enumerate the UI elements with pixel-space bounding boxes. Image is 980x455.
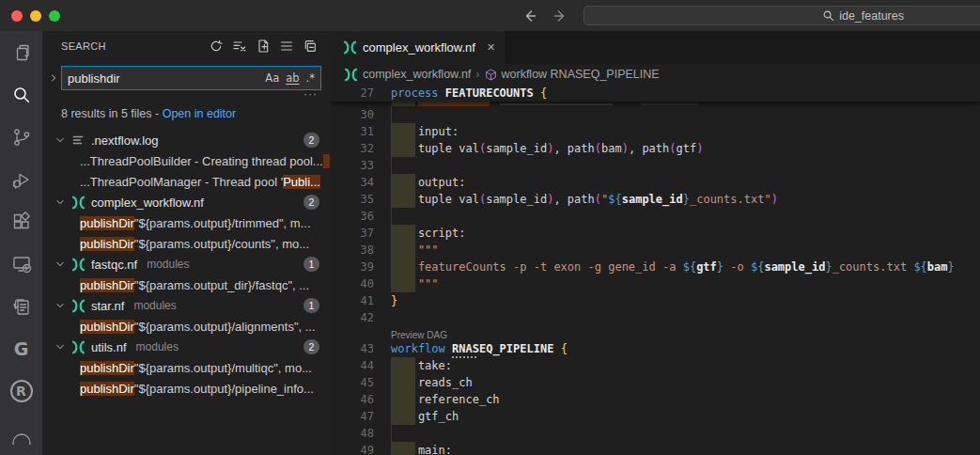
activity-item-extensions[interactable] [0,200,42,243]
search-result-match[interactable]: publishDir "${params.output}/alignments"… [42,316,331,337]
code-token: bam [601,142,622,155]
whole-word-toggle[interactable]: ab [286,71,299,85]
search-result-match[interactable]: publishDir "${params.output_dir}/fastqc"… [42,275,331,295]
open-in-editor-link[interactable]: Open in editor [163,107,237,120]
match-text: "${params.output}/counts", mo... [134,237,309,251]
clear-results-icon[interactable] [232,39,247,54]
codelens-row: Preview DAG [331,326,980,340]
maximize-window-button[interactable] [49,10,60,22]
file-description: modules [133,299,176,312]
search-result-match[interactable]: ...ThreadPoolManager - Thread pool 'Publ… [42,171,331,192]
file-description: modules [147,258,189,271]
code-token: featureCounts -p -t exon -g gene_id -a [391,260,683,274]
activity-item-remote-explorer[interactable] [0,243,42,285]
tab-complex-workflow[interactable]: complex_workflow.nf ✕ [331,31,505,64]
code-text: output: [391,174,465,191]
file-description: modules [136,340,179,353]
refresh-icon[interactable] [209,39,224,54]
back-arrow-icon[interactable] [520,5,542,27]
window-controls [11,10,60,22]
search-result-match[interactable]: publishDir "${params.output}/pipeline_in… [42,378,331,399]
collapse-all-icon[interactable] [303,39,318,54]
activity-item-search[interactable] [0,73,42,116]
indent-guide [391,157,392,174]
command-center[interactable]: ide_features [583,6,980,25]
code-token: input: [391,125,459,138]
activity-item-r-extension[interactable]: R [0,370,42,413]
match-highlight: publishDir [80,382,134,396]
code-text: } [391,292,397,309]
line-number: 41 [331,292,374,309]
view-as-list-icon[interactable] [279,39,294,54]
code-line: 43workflow RNASEQ_PIPELINE { [331,340,980,357]
close-tab-icon[interactable]: ✕ [487,41,495,54]
code-token [445,342,452,355]
code-text: tuple val(sample_id), path("${sample_id}… [391,191,778,208]
r-extension-icon: R [10,380,33,402]
code-line: 48 [331,425,980,442]
toggle-replace-chevron-icon[interactable] [46,73,61,83]
activity-item-explorer[interactable] [0,31,42,73]
code-token: sample_id [486,193,547,206]
search-result-file[interactable]: fastqc.nfmodules1 [42,254,331,275]
code-text: input: [391,123,459,140]
close-window-button[interactable] [11,10,23,22]
search-result-file[interactable]: star.nfmodules1 [42,295,331,316]
code-line: 40 """ [331,275,980,292]
search-input[interactable] [62,71,265,86]
code-line: 35 tuple val(sample_id), path("${sample_… [331,191,980,208]
code-token: ) [622,142,629,155]
code-line: 36 [331,208,980,225]
search-result-match[interactable]: publishDir "${params.output}/multiqc", m… [42,357,331,378]
activity-item-gitlens[interactable]: G [0,328,42,370]
match-highlight: publishDir [80,320,134,334]
code-token: -o [723,260,751,274]
files-icon [10,41,33,64]
activity-item-source-control[interactable] [0,116,42,158]
titlebar: ide_features [0,0,980,31]
search-result-match[interactable]: publishDir "${params.output}/counts", mo… [42,233,331,254]
breadcrumb-item[interactable]: workflow RNASEQ_PIPELINE [485,68,660,81]
search-result-file[interactable]: .nextflow.log2 [42,130,331,150]
file-name: complex_workflow.nf [91,196,204,210]
code-token: process [391,86,439,100]
code-line: 44 take: [331,357,980,374]
search-result-file[interactable]: utils.nfmodules2 [42,337,331,357]
code-line: 31 input: [331,123,980,140]
indent-guide [391,425,392,442]
code-token: tuple val [391,193,479,206]
clipped-text [641,103,697,105]
code-line: 37 script: [331,225,980,242]
code-token: gtf [696,260,717,274]
breadcrumb-item[interactable]: complex_workflow.nf [344,68,471,82]
codelens-preview-dag[interactable]: Preview DAG [391,330,447,340]
code-token: , path [553,193,594,206]
clipped-match-highlight [323,154,330,168]
toggle-search-details-button[interactable]: ··· [303,90,318,102]
code-text: reads_ch [391,374,473,391]
code-text: """ [391,275,439,292]
chevron-down-icon [54,301,67,310]
search-icon [10,84,33,106]
code-token: """ [391,277,439,290]
search-result-match[interactable]: ...ThreadPoolBuilder - Creating thread p… [42,150,331,171]
line-number: 40 [331,275,374,292]
gitlens-icon: G [14,338,29,359]
activity-item-notebook[interactable] [0,286,42,328]
match-text: "${params.output}/alignments", ... [134,320,316,334]
code-token: bam [927,260,948,274]
search-result-match[interactable]: publishDir "${params.output}/trimmed", m… [42,212,331,233]
code-area[interactable]: 27process FEATURECOUNTS {3031 input:32 t… [331,85,980,455]
line-number: 42 [331,309,374,326]
search-result-file[interactable]: complex_workflow.nf2 [42,192,331,212]
forward-arrow-icon[interactable] [546,5,568,27]
regex-toggle[interactable]: .* [306,71,315,85]
code-line: 41} [331,292,980,309]
code-line: 46 reference_ch [331,391,980,408]
match-case-toggle[interactable]: Aa [265,71,279,85]
activity-item-run-and-debug[interactable] [0,158,42,200]
activity-item-bottom-partial[interactable] [0,413,42,455]
code-token: _counts.txt [832,260,914,274]
new-search-editor-icon[interactable] [256,39,271,54]
minimize-window-button[interactable] [30,10,41,22]
